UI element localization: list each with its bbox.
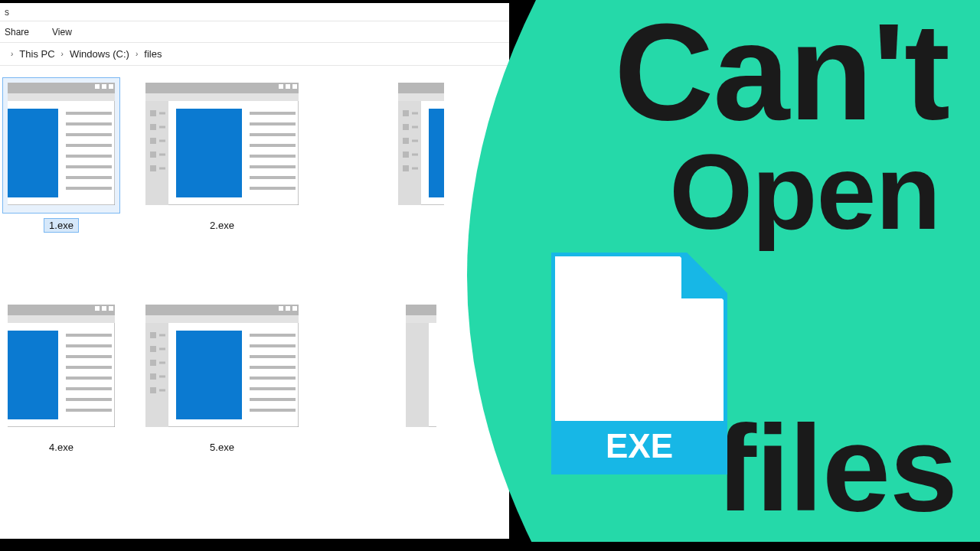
svg-rect-110 xyxy=(176,331,242,419)
file-name xyxy=(416,441,426,442)
exe-thumbnail-icon xyxy=(141,78,303,213)
svg-rect-95 xyxy=(145,315,299,323)
tab-view[interactable]: View xyxy=(52,27,72,37)
bottom-black-bar xyxy=(0,542,980,551)
svg-rect-94 xyxy=(145,305,299,315)
ribbon: Share View xyxy=(0,21,509,43)
svg-rect-35 xyxy=(150,138,156,144)
file-item[interactable]: 1.exe xyxy=(0,73,122,295)
svg-rect-37 xyxy=(150,165,156,171)
file-item[interactable]: 5.exe xyxy=(122,295,322,517)
svg-rect-69 xyxy=(8,315,115,323)
svg-rect-54 xyxy=(398,93,444,101)
chevron-right-icon: › xyxy=(136,50,138,58)
exe-thumbnail-icon xyxy=(3,78,119,213)
svg-rect-100 xyxy=(150,332,156,338)
svg-rect-102 xyxy=(150,360,156,366)
title-suffix: s xyxy=(5,7,9,18)
svg-rect-122 xyxy=(406,323,429,427)
svg-rect-27 xyxy=(145,83,299,93)
overlay-title-1: Can't xyxy=(614,0,949,151)
svg-rect-60 xyxy=(403,165,409,171)
svg-rect-2 xyxy=(8,93,115,101)
breadcrumb-folder[interactable]: files xyxy=(144,48,162,60)
file-name: 5.exe xyxy=(205,441,239,454)
exe-thumbnail-icon xyxy=(141,300,303,435)
chevron-right-icon: › xyxy=(61,50,64,58)
svg-rect-43 xyxy=(176,109,242,197)
svg-rect-72 xyxy=(109,306,113,311)
svg-rect-28 xyxy=(145,93,299,101)
file-item[interactable]: 4.exe xyxy=(0,295,122,517)
svg-rect-36 xyxy=(150,152,156,158)
file-item[interactable]: 2.exe xyxy=(122,73,322,295)
chevron-right-icon: › xyxy=(11,50,13,58)
svg-rect-66 xyxy=(429,109,444,197)
folder-view[interactable]: 1.exe xyxy=(0,66,509,517)
file-name: 4.exe xyxy=(44,441,78,454)
svg-rect-30 xyxy=(286,84,290,89)
svg-rect-98 xyxy=(292,306,297,311)
file-name: 1.exe xyxy=(44,219,78,232)
overlay-panel: Can't Open files EXE xyxy=(444,0,980,551)
file-name: 2.exe xyxy=(205,219,239,232)
svg-rect-17 xyxy=(8,109,58,197)
svg-rect-29 xyxy=(279,84,283,89)
svg-rect-71 xyxy=(102,306,106,311)
svg-rect-70 xyxy=(95,306,100,311)
svg-rect-103 xyxy=(150,373,156,380)
exe-thumbnail-icon xyxy=(3,300,119,435)
title-bar: s xyxy=(0,3,509,21)
svg-rect-31 xyxy=(292,84,297,89)
svg-rect-121 xyxy=(406,315,436,323)
svg-rect-104 xyxy=(150,387,156,393)
svg-rect-96 xyxy=(279,306,283,311)
breadcrumb-thispc[interactable]: This PC xyxy=(19,48,54,60)
svg-rect-4 xyxy=(102,84,106,89)
svg-rect-99 xyxy=(145,323,168,427)
svg-rect-84 xyxy=(8,331,58,419)
svg-rect-101 xyxy=(150,346,156,352)
tab-share[interactable]: Share xyxy=(5,27,29,37)
svg-rect-3 xyxy=(95,84,100,89)
svg-rect-5 xyxy=(109,84,113,89)
svg-rect-33 xyxy=(150,110,156,116)
breadcrumb-drive[interactable]: Windows (C:) xyxy=(70,48,129,60)
svg-rect-59 xyxy=(403,152,409,158)
svg-rect-120 xyxy=(406,305,436,315)
svg-rect-57 xyxy=(403,124,409,130)
overlay-title-2: Open xyxy=(669,130,940,254)
svg-marker-125 xyxy=(681,253,727,298)
svg-rect-34 xyxy=(150,124,156,130)
file-name xyxy=(416,219,426,220)
address-bar[interactable]: › This PC › Windows (C:) › files xyxy=(0,43,509,66)
exe-thumbnail-icon xyxy=(401,300,441,435)
svg-rect-97 xyxy=(286,306,290,311)
svg-rect-58 xyxy=(403,138,409,144)
exe-thumbnail-icon xyxy=(394,78,449,213)
exe-label: EXE xyxy=(606,427,673,465)
svg-rect-56 xyxy=(403,110,409,116)
svg-rect-55 xyxy=(398,101,421,205)
overlay-title-3: files xyxy=(716,398,957,539)
svg-rect-53 xyxy=(398,83,444,93)
file-explorer-window: s Share View › This PC › Windows (C:) › … xyxy=(0,3,509,539)
svg-rect-32 xyxy=(145,101,168,205)
